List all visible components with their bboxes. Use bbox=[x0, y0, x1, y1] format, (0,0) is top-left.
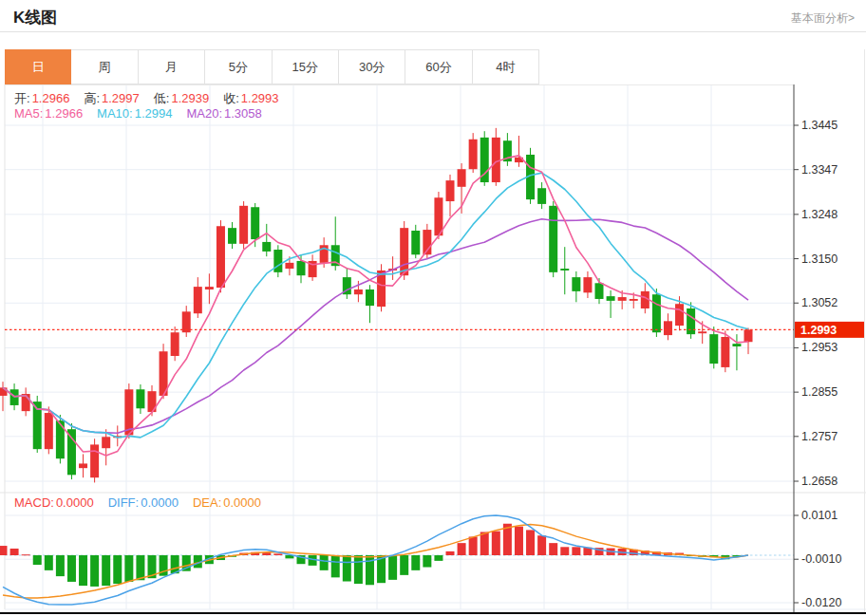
macd-hist-bar bbox=[400, 555, 408, 575]
macd-axis-label: 0.0101 bbox=[801, 509, 838, 522]
macd-hist-bar bbox=[354, 555, 363, 584]
macd-hist-bar bbox=[309, 555, 317, 566]
candle-body bbox=[446, 180, 455, 201]
tab-5min[interactable]: 5分 bbox=[205, 49, 272, 84]
page-bottom-border bbox=[0, 612, 866, 614]
candle-body bbox=[698, 331, 706, 333]
macd-hist-bar bbox=[526, 530, 535, 555]
macd-value: 0.0000 bbox=[56, 495, 94, 510]
candle-body bbox=[205, 287, 214, 289]
candle-body bbox=[216, 226, 225, 288]
tab-15min[interactable]: 15分 bbox=[273, 49, 339, 84]
diff-value: 0.0000 bbox=[141, 495, 179, 510]
macd-hist-bar bbox=[388, 555, 397, 580]
ma-legend: MA5:1.2966 MA10:1.2994 MA20:1.3058 bbox=[14, 106, 276, 121]
macd-hist-bar bbox=[22, 554, 30, 555]
price-axis-label: 1.3347 bbox=[801, 163, 838, 177]
macd-hist-bar bbox=[33, 555, 42, 565]
close-value: 1.2993 bbox=[241, 91, 279, 105]
candle-body bbox=[136, 389, 144, 408]
candle-body bbox=[251, 207, 259, 239]
candle-body bbox=[469, 140, 478, 169]
candle-body bbox=[732, 344, 741, 346]
current-price-badge-label: 1.2993 bbox=[800, 324, 837, 337]
macd-hist-bar bbox=[320, 555, 329, 570]
candle-body bbox=[458, 169, 466, 187]
page-title: K线图 bbox=[13, 7, 57, 28]
ma5-line bbox=[3, 156, 748, 456]
macd-hist-bar bbox=[434, 555, 442, 561]
macd-hist-bar bbox=[572, 547, 580, 555]
candle-body bbox=[400, 228, 408, 275]
high-label: 高: bbox=[84, 91, 100, 105]
tab-60min[interactable]: 60分 bbox=[405, 49, 472, 84]
price-axis: 1.34451.33471.32481.31501.30521.29531.28… bbox=[794, 84, 865, 612]
macd-hist-bar bbox=[136, 555, 144, 580]
candle-body bbox=[618, 297, 627, 301]
macd-hist-bar bbox=[56, 555, 65, 576]
candle-body bbox=[607, 296, 615, 301]
open-value: 1.2966 bbox=[32, 91, 70, 105]
macd-hist-bar bbox=[343, 555, 351, 582]
candle-body bbox=[273, 250, 282, 272]
macd-hist-bar bbox=[45, 555, 53, 570]
dea-value: 0.0000 bbox=[223, 495, 261, 510]
candle-body bbox=[228, 228, 236, 244]
tab-4hour[interactable]: 4时 bbox=[473, 49, 539, 84]
macd-hist-bar bbox=[113, 555, 122, 584]
candle-body bbox=[411, 231, 420, 254]
macd-hist-bar bbox=[90, 555, 99, 587]
close-label: 收: bbox=[223, 91, 239, 105]
timeframe-tabbar: 日 周 月 5分 15分 30分 60分 4时 bbox=[5, 49, 539, 84]
macd-label: MACD: bbox=[14, 495, 54, 510]
macd-hist-bar bbox=[102, 555, 110, 586]
macd-hist-bar bbox=[446, 551, 455, 555]
header-divider bbox=[0, 31, 866, 32]
macd-hist-bar bbox=[560, 547, 569, 555]
candle-body bbox=[583, 277, 592, 292]
candle-body bbox=[297, 261, 306, 275]
macd-hist-bar bbox=[10, 549, 19, 555]
candle-body bbox=[10, 389, 19, 405]
candle-body bbox=[537, 188, 546, 204]
macd-chart bbox=[0, 515, 794, 605]
price-axis-label: 1.3445 bbox=[801, 119, 838, 132]
macd-hist-bar bbox=[331, 555, 340, 577]
candle-body bbox=[595, 283, 604, 299]
tab-30min[interactable]: 30分 bbox=[339, 49, 405, 84]
price-axis-label: 1.2953 bbox=[801, 341, 838, 354]
open-label: 开: bbox=[14, 91, 30, 105]
tab-week[interactable]: 周 bbox=[71, 49, 138, 84]
macd-hist-bar bbox=[0, 546, 8, 555]
candle-body bbox=[675, 304, 684, 326]
candlestick-chart bbox=[0, 128, 794, 483]
dea-label: DEA: bbox=[193, 495, 221, 510]
candle-body bbox=[652, 294, 661, 332]
ma20-label: MA20: bbox=[186, 106, 222, 121]
chart-gridlines bbox=[0, 84, 866, 609]
candle-body bbox=[572, 277, 580, 291]
candle-body bbox=[664, 321, 672, 335]
candle-body bbox=[56, 420, 65, 458]
diff-label: DIFF: bbox=[108, 495, 140, 510]
low-value: 1.2939 bbox=[171, 91, 209, 105]
candle-body bbox=[45, 413, 53, 449]
tab-day[interactable]: 日 bbox=[5, 49, 71, 84]
macd-hist-bar bbox=[458, 543, 466, 555]
price-axis-label: 1.3150 bbox=[801, 252, 838, 266]
fundamental-analysis-link[interactable]: 基本面分析> bbox=[791, 10, 855, 27]
price-axis-label: 1.2855 bbox=[801, 385, 838, 399]
price-axis-label: 1.2658 bbox=[801, 475, 838, 488]
high-value: 1.2997 bbox=[102, 91, 140, 105]
candle-body bbox=[262, 242, 271, 252]
macd-hist-bar bbox=[67, 555, 76, 582]
macd-hist-bar bbox=[480, 532, 489, 555]
candle-body bbox=[549, 206, 557, 272]
candle-body bbox=[354, 289, 363, 294]
candle-body bbox=[492, 138, 500, 182]
candle-body bbox=[79, 463, 87, 468]
candle-body bbox=[102, 437, 110, 448]
tab-month[interactable]: 月 bbox=[139, 49, 205, 84]
macd-axis-label: -0.0010 bbox=[801, 552, 841, 566]
ma10-label: MA10: bbox=[97, 106, 133, 121]
